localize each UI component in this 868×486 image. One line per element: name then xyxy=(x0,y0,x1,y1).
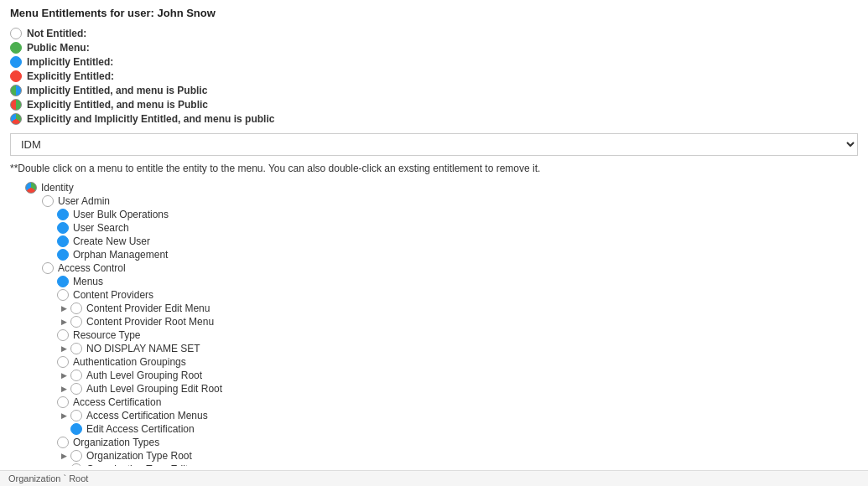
tree-node-identity[interactable]: Identity xyxy=(13,181,858,194)
arrow-spacer-create-new-user xyxy=(45,236,55,246)
node-icon-content-provider-root-menu xyxy=(70,316,82,328)
legend-icon-expl-impl-public xyxy=(10,113,22,125)
node-label-access-control: Access Control xyxy=(58,262,126,274)
node-icon-authentication-groupings xyxy=(57,356,69,368)
arrow-spacer-user-admin xyxy=(30,196,40,206)
instruction-text: **Double click on a menu to entitle the … xyxy=(10,163,858,174)
arrow-spacer-user-bulk-operations xyxy=(45,209,55,220)
tree-container: IdentityUser AdminUser Bulk OperationsUs… xyxy=(10,181,858,466)
legend-item-impl-public: Implicitly Entitled, and menu is Public xyxy=(10,85,858,96)
status-bar: Organization ` Root xyxy=(0,470,868,486)
tree-node-user-admin[interactable]: User Admin xyxy=(13,194,858,208)
legend-icon-explicitly-entitled xyxy=(10,70,22,82)
node-label-authentication-groupings: Authentication Groupings xyxy=(73,356,186,368)
dropdown-wrapper[interactable]: IDM xyxy=(10,133,858,156)
tree-node-organization-types[interactable]: Organization Types xyxy=(13,436,858,449)
arrow-spacer-user-search xyxy=(45,223,55,233)
node-label-user-bulk-operations: User Bulk Operations xyxy=(73,209,169,220)
node-icon-user-admin xyxy=(42,195,54,207)
tree-node-orphan-management[interactable]: Orphan Management xyxy=(13,248,858,261)
status-text: Organization ` Root xyxy=(8,473,88,483)
expand-arrow-no-display-name-set[interactable]: ▶ xyxy=(59,344,69,354)
arrow-spacer-access-control xyxy=(30,263,40,273)
node-icon-user-search xyxy=(57,222,69,234)
arrow-spacer-edit-access-certification xyxy=(59,424,69,434)
legend-icon-public-menu xyxy=(10,42,22,54)
node-icon-access-certification xyxy=(57,396,69,408)
tree-node-menus[interactable]: Menus xyxy=(13,275,858,288)
expand-arrow-content-provider-edit-menu[interactable]: ▶ xyxy=(59,303,69,313)
arrow-spacer-identity xyxy=(13,183,23,193)
node-icon-access-control xyxy=(42,262,54,274)
arrow-spacer-menus xyxy=(45,277,55,287)
node-label-user-search: User Search xyxy=(73,222,129,234)
page-title: Menu Entitlements for user: John Snow xyxy=(10,7,858,19)
node-label-menus: Menus xyxy=(73,276,103,287)
node-icon-no-display-name-set xyxy=(70,343,82,354)
node-label-content-provider-root-menu: Content Provider Root Menu xyxy=(86,316,214,328)
node-label-organization-type-root: Organization Type Root xyxy=(86,450,192,462)
legend-label-not-entitled: Not Entitled: xyxy=(27,28,86,39)
tree-node-user-search[interactable]: User Search xyxy=(13,221,858,235)
legend-icon-expl-public xyxy=(10,99,22,111)
arrow-spacer-content-providers xyxy=(45,290,55,300)
node-label-organization-type-edit: Organization Type Edit xyxy=(86,463,188,466)
arrow-spacer-orphan-management xyxy=(45,250,55,260)
node-label-identity: Identity xyxy=(41,182,74,194)
legend-label-expl-impl-public: Explicitly and Implicitly Entitled, and … xyxy=(27,113,274,125)
tree-node-authentication-groupings[interactable]: Authentication Groupings xyxy=(13,355,858,369)
tree-node-edit-access-certification[interactable]: Edit Access Certification xyxy=(13,422,858,436)
node-label-access-certification: Access Certification xyxy=(73,396,161,408)
tree-node-content-provider-root-menu[interactable]: ▶Content Provider Root Menu xyxy=(13,315,858,328)
node-label-user-admin: User Admin xyxy=(58,195,110,207)
arrow-spacer-authentication-groupings xyxy=(45,357,55,367)
tree-node-access-certification[interactable]: Access Certification xyxy=(13,396,858,409)
module-dropdown[interactable]: IDM xyxy=(10,133,858,156)
expand-arrow-organization-type-root[interactable]: ▶ xyxy=(59,451,69,461)
tree-node-resource-type[interactable]: Resource Type xyxy=(13,328,858,342)
tree-node-create-new-user[interactable]: Create New User xyxy=(13,235,858,248)
node-icon-identity xyxy=(25,182,37,194)
tree-node-organization-type-root[interactable]: ▶Organization Type Root xyxy=(13,449,858,463)
node-icon-user-bulk-operations xyxy=(57,209,69,220)
node-label-create-new-user: Create New User xyxy=(73,235,150,247)
tree-node-content-providers[interactable]: Content Providers xyxy=(13,288,858,302)
tree-node-content-provider-edit-menu[interactable]: ▶Content Provider Edit Menu xyxy=(13,302,858,315)
expand-arrow-access-certification-menus[interactable]: ▶ xyxy=(59,411,69,421)
page-wrapper: Menu Entitlements for user: John Snow No… xyxy=(0,0,868,473)
expand-arrow-auth-level-grouping-root[interactable]: ▶ xyxy=(59,370,69,380)
legend-icon-implicitly-entitled xyxy=(10,56,22,68)
tree-node-auth-level-grouping-edit-root[interactable]: ▶Auth Level Grouping Edit Root xyxy=(13,382,858,396)
node-label-content-provider-edit-menu: Content Provider Edit Menu xyxy=(86,302,210,314)
node-icon-organization-type-edit xyxy=(70,463,82,466)
node-icon-access-certification-menus xyxy=(70,410,82,421)
legend-label-impl-public: Implicitly Entitled, and menu is Public xyxy=(27,85,207,96)
legend-item-expl-impl-public: Explicitly and Implicitly Entitled, and … xyxy=(10,113,858,125)
node-icon-organization-types xyxy=(57,437,69,448)
expand-arrow-auth-level-grouping-edit-root[interactable]: ▶ xyxy=(59,384,69,394)
legend-label-explicitly-entitled: Explicitly Entitled: xyxy=(27,70,114,82)
node-icon-auth-level-grouping-root xyxy=(70,370,82,381)
legend-item-not-entitled: Not Entitled: xyxy=(10,28,858,39)
tree-node-organization-type-edit[interactable]: ▶Organization Type Edit xyxy=(13,463,858,466)
node-icon-organization-type-root xyxy=(70,450,82,462)
expand-arrow-organization-type-edit[interactable]: ▶ xyxy=(59,464,69,466)
legend-item-expl-public: Explicitly Entitled, and menu is Public xyxy=(10,99,858,111)
node-icon-orphan-management xyxy=(57,249,69,261)
tree-node-no-display-name-set[interactable]: ▶NO DISPLAY NAME SET xyxy=(13,342,858,355)
legend-icon-not-entitled xyxy=(10,28,22,39)
expand-arrow-content-provider-root-menu[interactable]: ▶ xyxy=(59,317,69,327)
legend-item-implicitly-entitled: Implicitly Entitled: xyxy=(10,56,858,68)
tree-node-auth-level-grouping-root[interactable]: ▶Auth Level Grouping Root xyxy=(13,369,858,382)
tree-node-access-certification-menus[interactable]: ▶Access Certification Menus xyxy=(13,409,858,422)
legend-item-public-menu: Public Menu: xyxy=(10,42,858,54)
tree-node-access-control[interactable]: Access Control xyxy=(13,261,858,275)
legend-icon-impl-public xyxy=(10,85,22,96)
arrow-spacer-resource-type xyxy=(45,330,55,340)
node-icon-edit-access-certification xyxy=(70,423,82,435)
tree-node-user-bulk-operations[interactable]: User Bulk Operations xyxy=(13,208,858,221)
node-label-resource-type: Resource Type xyxy=(73,329,141,341)
node-icon-create-new-user xyxy=(57,235,69,247)
node-icon-content-providers xyxy=(57,289,69,301)
arrow-spacer-access-certification xyxy=(45,397,55,407)
